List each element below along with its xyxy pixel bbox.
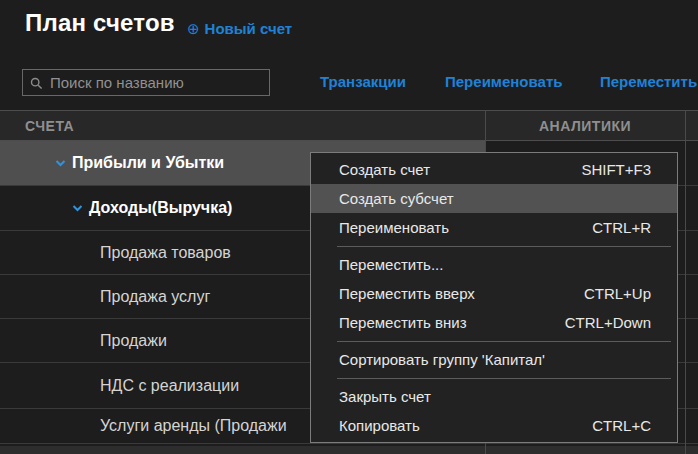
menu-separator (337, 378, 671, 379)
menu-item[interactable]: Сортировать группу 'Капитал' (311, 345, 677, 374)
search-input[interactable] (22, 69, 270, 96)
menu-item-shortcut: CTRL+Down (565, 314, 651, 331)
column-header-accounts: СЧЕТА (25, 118, 74, 134)
account-label: Продажа услуг (100, 288, 210, 306)
account-label: Продажи (100, 332, 167, 350)
menu-item-label: Переместить вниз (339, 314, 467, 331)
menu-item-label: Переместить вверх (339, 285, 475, 302)
menu-item-label: Создать субсчет (339, 190, 454, 207)
new-account-label: Новый счет (205, 20, 293, 37)
table-header: СЧЕТА АНАЛИТИКИ (0, 110, 698, 141)
page-title: План счетов (25, 9, 175, 37)
account-label: НДС с реализации (100, 377, 239, 395)
menu-item-label: Переместить... (339, 256, 443, 273)
menu-item[interactable]: Создать субсчет (311, 184, 677, 213)
account-label: Доходы(Выручка) (89, 199, 232, 217)
account-label: Услуги аренды (Продажи (100, 417, 287, 435)
menu-item-label: Копировать (339, 417, 420, 434)
menu-item-label: Закрыть счет (339, 388, 431, 405)
menu-item[interactable]: Переместить вверхCTRL+Up (311, 279, 677, 308)
chevron-down-icon[interactable] (72, 204, 83, 212)
column-divider (685, 110, 686, 454)
menu-item-label: Переименовать (339, 219, 449, 236)
chart-of-accounts-window: План счетов ⊕ Новый счет Транзакции Пере… (0, 0, 698, 454)
menu-item[interactable]: Закрыть счет (311, 382, 677, 411)
menu-separator (337, 246, 671, 247)
menu-item-shortcut: SHIFT+F3 (581, 161, 651, 178)
chevron-down-icon[interactable] (55, 159, 66, 167)
new-account-button[interactable]: ⊕ Новый счет (187, 20, 292, 37)
action-transactions[interactable]: Транзакции (320, 73, 406, 90)
menu-item[interactable]: Переместить внизCTRL+Down (311, 308, 677, 337)
search-box (22, 69, 270, 96)
menu-item-label: Создать счет (339, 161, 430, 178)
plus-circle-icon: ⊕ (187, 21, 200, 36)
menu-item[interactable]: Создать счетSHIFT+F3 (311, 155, 677, 184)
account-label: Продажа товаров (100, 244, 231, 262)
menu-item-shortcut: CTRL+Up (584, 285, 651, 302)
partial-next-row (0, 446, 698, 454)
menu-item-label: Сортировать группу 'Капитал' (339, 351, 545, 368)
context-menu: Создать счетSHIFT+F3Создать субсчетПереи… (310, 152, 678, 443)
menu-item-shortcut: CTRL+R (592, 219, 651, 236)
column-header-analytics: АНАЛИТИКИ (485, 118, 685, 134)
menu-item-shortcut: CTRL+C (592, 417, 651, 434)
action-move[interactable]: Переместить (600, 73, 697, 90)
account-label: Прибыли и Убытки (72, 154, 224, 172)
menu-item[interactable]: КопироватьCTRL+C (311, 411, 677, 440)
action-rename[interactable]: Переименовать (445, 73, 562, 90)
menu-item[interactable]: Переместить... (311, 250, 677, 279)
menu-separator (337, 341, 671, 342)
menu-item[interactable]: ПереименоватьCTRL+R (311, 213, 677, 242)
